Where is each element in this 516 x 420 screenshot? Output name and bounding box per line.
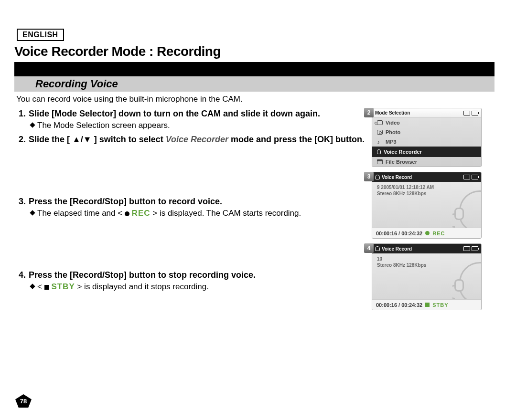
step-number: 2. [14, 134, 29, 145]
status-tag: STBY [432, 302, 448, 308]
bullet-diamond-icon [30, 284, 35, 289]
step-4: 4. Press the [Record/Stop] button to sto… [14, 269, 368, 292]
screen-title: Voice Record [382, 246, 412, 252]
step-main-text: Press the [Record/Stop] button to stop r… [29, 269, 368, 281]
record-info-line: 9 2005/01/01 12:18:12 AM [377, 185, 476, 190]
screen-body: 9 2005/01/01 12:18:12 AM Stereo 8KHz 128… [372, 182, 481, 238]
status-icons [463, 175, 478, 179]
stop-square-icon [44, 285, 49, 290]
screen-badge: 2 [364, 108, 374, 117]
mode-item-voice-recorder[interactable]: Voice Recorder [372, 147, 481, 157]
screen-header: Mode Selection [372, 108, 481, 118]
record-info-line: 10 [377, 256, 476, 262]
mic-icon [375, 246, 380, 251]
step-number: 1. [14, 108, 29, 131]
screen-header: Voice Record [372, 172, 481, 182]
step-number: 3. [14, 196, 29, 219]
head-silhouette-icon [452, 190, 482, 231]
screen-header: Voice Record [372, 244, 481, 253]
status-icons [463, 246, 478, 251]
subtitle-text: Recording Voice [35, 78, 118, 90]
spacer [14, 221, 368, 269]
record-dot-icon [125, 211, 129, 216]
card-icon [463, 175, 470, 179]
title-divider [14, 62, 494, 76]
mode-item-mp3[interactable]: MP3 [372, 137, 481, 147]
screen-badge: 3 [364, 172, 374, 181]
screen-badge: 4 [364, 243, 374, 253]
mode-item-photo[interactable]: Photo [372, 127, 481, 137]
page-number-badge: 78 [15, 394, 32, 408]
mode-item-video[interactable]: Video [372, 118, 481, 127]
time-counter: 00:00:16 / 00:24:32 [376, 302, 422, 308]
language-badge: ENGLISH [17, 29, 64, 41]
manual-page: ENGLISH Voice Recorder Mode : Recording … [0, 0, 516, 420]
screens-column: 2 Mode Selection Video Photo MP3 Voice R… [372, 108, 496, 315]
music-icon [377, 139, 383, 144]
mic-icon [377, 149, 381, 154]
spacer [14, 148, 368, 196]
step-main-text: Slide the [ ▲/▼ ] switch to select Voice… [29, 134, 368, 145]
screen-footer: 00:00:16 / 00:24:32 REC [372, 228, 481, 238]
time-counter: 00:00:16 / 00:24:32 [376, 231, 422, 236]
page-title: Voice Recorder Mode : Recording [14, 44, 502, 59]
screen-mode-selection: 2 Mode Selection Video Photo MP3 Voice R… [372, 108, 496, 167]
head-silhouette-icon [452, 262, 482, 303]
step-sub-text: The Mode Selection screen appears. [29, 120, 368, 131]
step-sub-text: < STBY > is displayed and it stops recor… [29, 282, 368, 292]
mic-icon [375, 175, 380, 179]
mode-item-file-browser[interactable]: File Browser [372, 157, 481, 167]
step-number: 4. [14, 269, 29, 292]
intro-text: You can record voice using the built-in … [16, 94, 502, 104]
screen-voice-record-stby: 4 Voice Record 10 Stereo 8KHz 128Kbps [372, 243, 496, 310]
video-icon [377, 120, 383, 125]
mode-list: Video Photo MP3 Voice Recorder File Brow… [372, 118, 481, 167]
content-row: 1. Slide [Mode Selector] down to turn on… [14, 108, 502, 315]
screen-title: Voice Record [382, 175, 412, 180]
step-main-text: Slide [Mode Selector] down to turn on th… [29, 108, 368, 119]
card-icon [463, 246, 470, 251]
photo-icon [377, 130, 383, 135]
folder-icon [377, 159, 383, 164]
stop-square-icon [425, 303, 430, 307]
step-1: 1. Slide [Mode Selector] down to turn on… [14, 108, 368, 131]
card-icon [463, 111, 470, 116]
step-2: 2. Slide the [ ▲/▼ ] switch to select Vo… [14, 134, 368, 145]
bullet-diamond-icon [30, 122, 35, 127]
page-number: 78 [15, 394, 32, 408]
screen-footer: 00:00:16 / 00:24:32 STBY [372, 299, 481, 310]
battery-icon [472, 175, 478, 179]
step-main-text: Press the [Record/Stop] button to record… [29, 196, 368, 207]
subtitle-bar: Recording Voice [14, 76, 494, 92]
step-3: 3. Press the [Record/Stop] button to rec… [14, 196, 368, 219]
status-tag: REC [432, 231, 445, 236]
steps-column: 1. Slide [Mode Selector] down to turn on… [14, 108, 368, 315]
bullet-diamond-icon [30, 210, 35, 215]
screen-body: 10 Stereo 8KHz 128Kbps 00:00:16 / 00:24:… [372, 253, 481, 310]
step-sub-text: The elapsed time and < REC > is displaye… [29, 208, 368, 219]
screen-voice-record-rec: 3 Voice Record 9 2005/01/01 12:18:12 AM … [372, 172, 496, 239]
screen-title: Mode Selection [375, 110, 410, 116]
record-dot-icon [425, 231, 430, 235]
battery-icon [472, 111, 478, 116]
status-icons [463, 111, 478, 116]
battery-icon [472, 246, 478, 251]
